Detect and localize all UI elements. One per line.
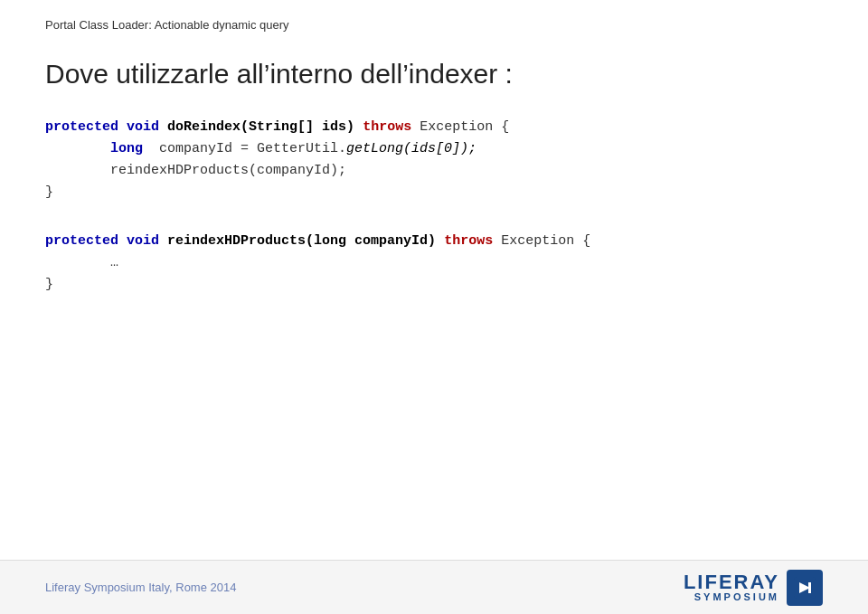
keyword-void-2: void [127, 233, 159, 249]
svg-rect-2 [808, 582, 811, 593]
liferay-logo-text: LIFERAY SYMPOSIUM [684, 572, 779, 602]
section-heading: Dove utilizzarle all’interno dell’indexe… [45, 59, 823, 90]
code-line-2: long companyId = GetterUtil.getLong(ids[… [45, 138, 823, 160]
code-line-3: reindexHDProducts(companyId); [45, 160, 823, 182]
companyid-assign: companyId = GetterUtil. [151, 141, 346, 156]
page-subtitle: Portal Class Loader: Actionable dynamic … [45, 18, 823, 32]
liferay-word: LIFERAY [684, 572, 779, 592]
exception-2: Exception { [501, 233, 590, 249]
liferay-svg-icon [792, 575, 817, 600]
reindex-call: reindexHDProducts(companyId); [110, 163, 346, 178]
close-brace-1: } [45, 184, 53, 200]
code-line-7: } [45, 274, 823, 296]
ellipsis: … [110, 255, 118, 270]
keyword-long-1: long [110, 141, 143, 156]
code-line-6: … [45, 252, 823, 274]
close-brace-2: } [45, 277, 53, 292]
code-line-4: } [45, 182, 823, 203]
code-block-2: protected void reindexHDProducts(long co… [45, 231, 823, 296]
keyword-protected-1: protected [45, 119, 118, 135]
method-doreindex: doReindex(String[] ids) [167, 119, 354, 135]
keyword-void-1: void [127, 119, 159, 135]
code-line-1: protected void doReindex(String[] ids) t… [45, 117, 823, 138]
keyword-throws-1: throws [363, 119, 411, 135]
footer: Liferay Symposium Italy, Rome 2014 LIFER… [0, 560, 868, 614]
footer-text: Liferay Symposium Italy, Rome 2014 [45, 581, 236, 594]
exception-1: Exception { [420, 119, 509, 135]
liferay-logo: LIFERAY SYMPOSIUM [684, 570, 823, 606]
symposium-word: SYMPOSIUM [694, 592, 779, 602]
keyword-protected-2: protected [45, 233, 118, 249]
method-reindexhdproducts: reindexHDProducts(long companyId) [167, 233, 436, 249]
code-block-1: protected void doReindex(String[] ids) t… [45, 117, 823, 203]
code-line-5: protected void reindexHDProducts(long co… [45, 231, 823, 252]
liferay-icon [787, 570, 823, 606]
keyword-throws-2: throws [444, 233, 493, 249]
getlong-call: getLong(ids[0]); [346, 141, 476, 156]
